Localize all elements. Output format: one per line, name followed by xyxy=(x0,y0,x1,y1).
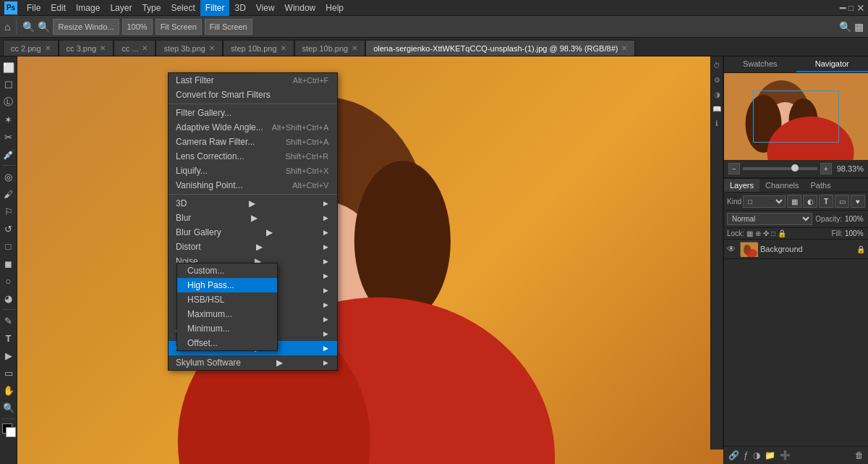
brush-tool[interactable]: 🖌 xyxy=(1,186,17,202)
menu-help[interactable]: Help xyxy=(320,0,349,16)
add-mask-icon[interactable]: ◑ xyxy=(752,449,762,462)
menu-select[interactable]: Select xyxy=(166,0,200,16)
tab-paths[interactable]: Paths xyxy=(805,179,837,192)
lock-pixels-icon[interactable]: ▦ xyxy=(746,229,753,237)
filter-adaptive[interactable]: Adaptive Wide Angle... Alt+Shift+Ctrl+A xyxy=(169,120,337,135)
zoom-tool[interactable]: 🔍 xyxy=(1,400,17,416)
layer-visibility-toggle[interactable]: 👁 xyxy=(727,244,737,254)
lock-position-icon[interactable]: ✜ xyxy=(763,229,769,237)
history-brush-tool[interactable]: ↺ xyxy=(1,221,17,237)
new-group-icon[interactable]: 📁 xyxy=(763,449,777,462)
tab-step10b-2-close[interactable]: ✕ xyxy=(352,44,357,52)
marquee-tool[interactable]: ☐ xyxy=(1,77,17,93)
eraser-tool[interactable]: □ xyxy=(1,238,17,254)
nav-zoom-thumb[interactable] xyxy=(791,164,799,172)
properties-icon[interactable]: ⚙ xyxy=(711,74,723,85)
resize-window-button[interactable]: Resize Windo... xyxy=(53,19,119,35)
arrange-icon[interactable]: ▦ xyxy=(854,21,864,33)
quick-select-tool[interactable]: ✶ xyxy=(1,111,17,127)
submenu-custom[interactable]: Custom... xyxy=(177,263,277,278)
menu-view[interactable]: View xyxy=(251,0,280,16)
submenu-hsb-hsl[interactable]: HSB/HSL xyxy=(177,292,277,307)
learn-icon[interactable]: ℹ xyxy=(711,117,723,129)
submenu-high-pass[interactable]: High Pass... xyxy=(177,278,277,292)
lock-artboard-icon[interactable]: □ xyxy=(771,229,775,237)
kind-select[interactable]: □ xyxy=(743,195,786,208)
filter-distort[interactable]: Distort ▶ xyxy=(169,240,337,254)
smart-filter-icon[interactable]: ♥ xyxy=(851,195,865,208)
tab-step10b-2[interactable]: step 10b.png ✕ xyxy=(294,40,366,56)
nav-zoom-slider[interactable] xyxy=(743,167,817,170)
window-close[interactable]: ✕ xyxy=(856,2,865,14)
tab-swatches[interactable]: Swatches xyxy=(724,56,796,72)
menu-3d[interactable]: 3D xyxy=(229,0,250,16)
shape-filter-icon[interactable]: ▭ xyxy=(835,195,849,208)
filter-liquify[interactable]: Liquify... Shift+Ctrl+X xyxy=(169,164,337,178)
tab-main-image-close[interactable]: ✕ xyxy=(621,44,627,52)
submenu-offset[interactable]: Offset... xyxy=(177,336,277,350)
menu-file[interactable]: File xyxy=(22,0,46,16)
dodge-tool[interactable]: ◕ xyxy=(1,290,17,306)
menu-edit[interactable]: Edit xyxy=(46,0,71,16)
menu-window[interactable]: Window xyxy=(280,0,321,16)
lock-all-icon[interactable]: 🔒 xyxy=(778,229,786,237)
tab-cc-dots-close[interactable]: ✕ xyxy=(142,44,148,52)
hand-tool[interactable]: ✋ xyxy=(1,382,17,398)
tab-cc2[interactable]: cc 2.png ✕ xyxy=(3,40,59,56)
spot-heal-tool[interactable]: ◎ xyxy=(1,169,17,185)
adjustments-icon[interactable]: ◑ xyxy=(711,88,723,100)
filter-blur[interactable]: Blur ▶ xyxy=(169,211,337,225)
fill-screen-button[interactable]: Fill Screen xyxy=(205,19,252,35)
text-tool[interactable]: T xyxy=(1,330,17,346)
tab-navigator[interactable]: Navigator xyxy=(796,56,869,72)
menu-type[interactable]: Type xyxy=(137,0,166,16)
fit-screen-button[interactable]: Fit Screen xyxy=(156,19,202,35)
text-filter-icon[interactable]: T xyxy=(819,195,833,208)
zoom-percent-button[interactable]: 100% xyxy=(122,19,153,35)
tab-step10b-close[interactable]: ✕ xyxy=(281,44,286,52)
filter-last-filter[interactable]: Last Filter Alt+Ctrl+F xyxy=(169,73,337,88)
blend-mode-select[interactable]: Normal xyxy=(727,213,812,225)
libraries-icon[interactable]: 📖 xyxy=(711,103,723,114)
tab-layers[interactable]: Layers xyxy=(724,179,760,192)
tab-step3b[interactable]: step 3b.png ✕ xyxy=(156,40,223,56)
crop-tool[interactable]: ✂ xyxy=(1,129,17,145)
filter-convert-smart[interactable]: Convert for Smart Filters xyxy=(169,88,337,102)
tab-channels[interactable]: Channels xyxy=(760,179,804,192)
eyedropper-tool[interactable]: 💉 xyxy=(1,146,17,162)
home-icon[interactable]: ⌂ xyxy=(4,21,10,33)
tab-cc2-close[interactable]: ✕ xyxy=(45,44,51,52)
filter-blur-gallery[interactable]: Blur Gallery ▶ xyxy=(169,225,337,240)
filter-camera-raw[interactable]: Camera Raw Filter... Shift+Ctrl+A xyxy=(169,135,337,149)
pen-tool[interactable]: ✎ xyxy=(1,313,17,329)
tab-cc-dots[interactable]: cc ... ✕ xyxy=(114,40,156,56)
gradient-tool[interactable]: ◼ xyxy=(1,256,17,271)
link-layers-icon[interactable]: 🔗 xyxy=(727,449,741,462)
lock-image-icon[interactable]: ⊕ xyxy=(755,229,761,237)
lasso-tool[interactable]: Ⓛ xyxy=(1,94,17,110)
filter-3d[interactable]: 3D ▶ xyxy=(169,196,337,211)
menu-image[interactable]: Image xyxy=(71,0,105,16)
menu-filter[interactable]: Filter xyxy=(200,0,230,16)
layer-row-background[interactable]: 👁 Background 🔒 xyxy=(724,240,868,259)
tab-main-image[interactable]: olena-sergienko-XttWKETqCCQ-unsplash-(1)… xyxy=(365,40,635,56)
filter-gallery[interactable]: Filter Gallery... xyxy=(169,106,337,120)
foreground-color[interactable] xyxy=(1,422,17,438)
shape-tool[interactable]: ▭ xyxy=(1,365,17,381)
tab-cc3[interactable]: cc 3.png ✕ xyxy=(59,40,114,56)
add-style-icon[interactable]: ƒ xyxy=(742,449,750,462)
bg-color-box[interactable] xyxy=(6,427,16,437)
filter-vanishing-point[interactable]: Vanishing Point... Alt+Ctrl+V xyxy=(169,178,337,193)
new-layer-icon[interactable]: ➕ xyxy=(778,449,792,462)
zoom-in-icon[interactable]: 🔍 xyxy=(38,21,50,33)
submenu-maximum[interactable]: Maximum... xyxy=(177,307,277,321)
history-icon[interactable]: ⏱ xyxy=(711,59,723,71)
clone-stamp-tool[interactable]: ⚐ xyxy=(1,203,17,219)
filter-skylum[interactable]: Skylum Software ▶ xyxy=(169,355,337,370)
path-select-tool[interactable]: ▶ xyxy=(1,347,17,363)
blur-tool[interactable]: ○ xyxy=(1,273,17,289)
move-tool[interactable]: ⬜ xyxy=(1,59,17,75)
delete-layer-icon[interactable]: 🗑 xyxy=(854,449,865,462)
nav-zoom-out-button[interactable]: − xyxy=(728,163,740,174)
submenu-minimum[interactable]: Minimum... xyxy=(177,321,277,336)
